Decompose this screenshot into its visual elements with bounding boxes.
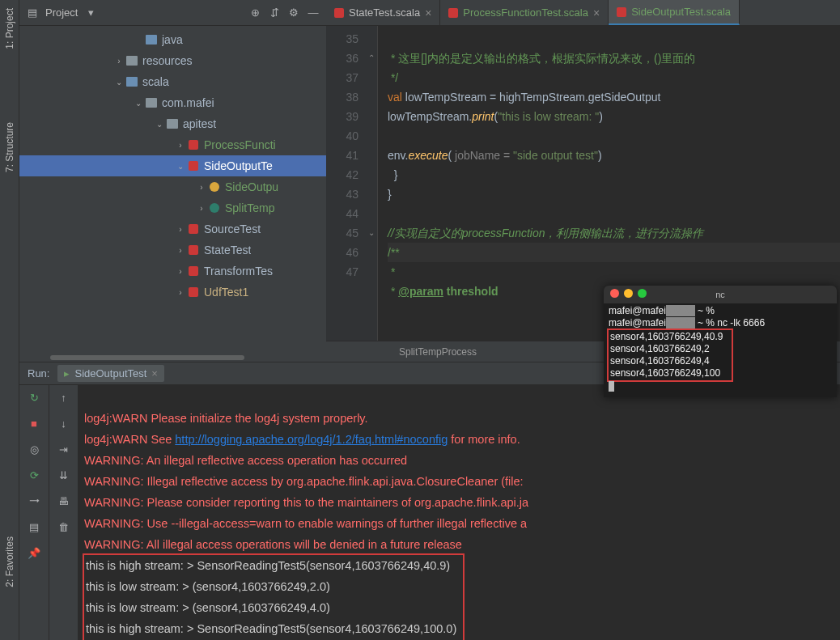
- layout-icon[interactable]: ▤: [27, 519, 41, 534]
- scala-file-icon: [617, 7, 626, 17]
- project-tree[interactable]: java ›resources ⌄scala ⌄com.mafei ⌄apite…: [19, 26, 326, 354]
- scala-file-icon: [189, 224, 198, 234]
- favorites-tool-button[interactable]: 2: Favorites: [4, 536, 15, 587]
- dump-icon[interactable]: ◎: [27, 442, 41, 456]
- object-icon: [210, 182, 219, 192]
- project-view: ▤ Project ▾ ⊕ ⇵ ⚙ — java ›resources ⌄sca…: [19, 0, 326, 362]
- structure-tool-button[interactable]: 7: Structure: [4, 122, 15, 172]
- scala-file-icon: [189, 287, 198, 297]
- tree-item-resources[interactable]: ›resources: [19, 50, 326, 71]
- print-icon[interactable]: 🖶: [57, 494, 71, 508]
- terminal-titlebar[interactable]: nc: [604, 286, 837, 303]
- line-gutter[interactable]: 35363738394041424344454647: [326, 26, 365, 341]
- log4j-faq-link[interactable]: http://logging.apache.org/log4j/1.2/faq.…: [175, 433, 448, 446]
- tab-statetest[interactable]: StateTest.scala×: [326, 0, 440, 25]
- rerun-icon[interactable]: ↻: [27, 390, 41, 405]
- scala-file-icon: [189, 245, 198, 255]
- svg-rect-2: [126, 77, 138, 87]
- terminal-title: nc: [604, 290, 837, 299]
- scala-file-icon: [189, 266, 198, 276]
- close-icon[interactable]: ×: [593, 6, 600, 19]
- scala-file-icon: [334, 8, 344, 18]
- class-icon: [210, 203, 219, 213]
- terminal-window[interactable]: nc mafei@mafeis-MBP ~ % mafei@mafeis-MBP…: [604, 286, 837, 397]
- tree-item-sideoutputtest[interactable]: ⌄SideOutputTe: [19, 155, 326, 176]
- project-tool-button[interactable]: 1: Project: [4, 8, 15, 49]
- tree-item-splittemp[interactable]: ›SplitTemp: [19, 197, 326, 218]
- run-toolbar-left: ↻ ■ ◎ ⟳ ⭢ ▤ 📌: [19, 385, 49, 640]
- tree-item-sourcetest[interactable]: ›SourceTest: [19, 218, 326, 239]
- console-output[interactable]: log4j:WARN Please initialize the log4j s…: [78, 385, 840, 640]
- run-label: Run:: [28, 367, 49, 379]
- tree-item-com-mafei[interactable]: ⌄com.mafei: [19, 92, 326, 113]
- svg-rect-3: [146, 98, 157, 108]
- scala-file-icon: [448, 8, 458, 18]
- tree-item-scala[interactable]: ⌄scala: [19, 71, 326, 92]
- run-toolbar-secondary: ↑ ↓ ⇥ ⇊ 🖶 🗑: [49, 385, 78, 640]
- chevron-down-icon[interactable]: ▾: [84, 6, 97, 19]
- tree-item-statetest[interactable]: ›StateTest: [19, 239, 326, 261]
- debug-restart-icon[interactable]: ⟳: [27, 468, 41, 482]
- exit-icon[interactable]: ⭢: [27, 494, 41, 508]
- run-tool-window: Run: ▸SideOutputTest× ↻ ■ ◎ ⟳ ⭢ ▤ 📌 ↑ ↓ …: [19, 362, 840, 640]
- tree-item-sideoutput-obj[interactable]: ›SideOutpu: [19, 176, 326, 197]
- editor-tabs[interactable]: StateTest.scala× ProcessFunctionTest.sca…: [326, 0, 840, 26]
- tab-processfunctiontest[interactable]: ProcessFunctionTest.scala×: [440, 0, 609, 25]
- delete-icon[interactable]: 🗑: [57, 519, 71, 534]
- expand-icon[interactable]: ⇵: [268, 6, 281, 19]
- tree-item-udftest1[interactable]: ›UdfTest1: [19, 282, 326, 303]
- hide-icon[interactable]: —: [307, 6, 320, 19]
- pin-icon[interactable]: 📌: [27, 545, 41, 560]
- svg-rect-4: [167, 119, 178, 129]
- terminal-content[interactable]: mafei@mafeis-MBP ~ % mafei@mafeis-MBP ~ …: [604, 303, 837, 394]
- horizontal-scrollbar[interactable]: [19, 354, 326, 362]
- project-view-title[interactable]: Project: [45, 6, 78, 19]
- svg-rect-0: [146, 35, 157, 45]
- tab-sideoutputtest[interactable]: SideOutputTest.scala: [609, 0, 740, 25]
- tree-item-transformtest[interactable]: ›TransformTes: [19, 261, 326, 282]
- down-icon[interactable]: ↓: [57, 416, 71, 430]
- svg-rect-1: [126, 56, 138, 66]
- scala-file-icon: [189, 140, 198, 150]
- scala-file-icon: [189, 161, 198, 171]
- fold-gutter[interactable]: ⌃ ⌄: [365, 26, 378, 341]
- wrap-icon[interactable]: ⇥: [57, 442, 71, 456]
- gear-icon[interactable]: ⚙: [287, 6, 300, 19]
- output-highlight-box: this is high stream: > SensorReadingTest…: [84, 555, 463, 640]
- terminal-highlight-box: sensor4,1603766249,40.9sensor4,160376624…: [609, 330, 732, 380]
- locate-icon[interactable]: ⊕: [248, 6, 261, 19]
- tree-item-java[interactable]: java: [19, 29, 326, 50]
- left-tool-window-bar[interactable]: 1: Project 7: Structure 2: Favorites: [0, 0, 19, 640]
- stop-icon[interactable]: ■: [27, 416, 41, 430]
- close-icon[interactable]: ×: [425, 6, 431, 19]
- scroll-icon[interactable]: ⇊: [57, 468, 71, 482]
- run-config-tab[interactable]: ▸SideOutputTest×: [57, 365, 163, 382]
- tree-item-processfunction[interactable]: ›ProcessFuncti: [19, 134, 326, 155]
- terminal-cursor: [609, 381, 614, 392]
- tree-item-apitest[interactable]: ⌄apitest: [19, 113, 326, 134]
- project-view-icon: ▤: [26, 6, 39, 19]
- up-icon[interactable]: ↑: [57, 390, 71, 405]
- close-icon[interactable]: ×: [151, 367, 158, 379]
